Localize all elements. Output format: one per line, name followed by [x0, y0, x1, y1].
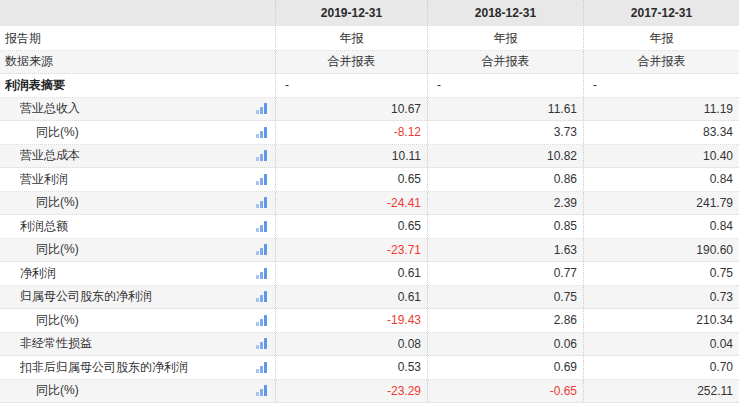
row-label-cell: 数据来源 [0, 51, 275, 74]
row-label-cell: 同比(%) [0, 309, 275, 332]
value-cell-2018: 0.77 [427, 262, 583, 285]
value-cell-2018: 0.69 [427, 356, 583, 379]
value-cell-2019: 0.65 [275, 215, 427, 238]
bar-chart-icon[interactable] [256, 103, 267, 114]
bar-chart-icon[interactable] [256, 268, 267, 279]
table-row: 非经常性损益0.080.060.04 [0, 333, 739, 357]
value-cell-2017: 合并报表 [583, 51, 739, 74]
table-row: 利润表摘要--- [0, 74, 739, 98]
value-cell-2018: 0.75 [427, 286, 583, 309]
row-label-cell: 利润总额 [0, 215, 275, 238]
bar-chart-icon[interactable] [256, 291, 267, 302]
value-cell-2019: -19.43 [275, 309, 427, 332]
table-row: 数据来源合并报表合并报表合并报表 [0, 51, 739, 75]
value-cell-2018: 10.82 [427, 145, 583, 168]
table-row: 同比(%)-23.29-0.65252.11 [0, 380, 739, 403]
value-cell-2017: 83.34 [583, 121, 739, 144]
row-label: 同比(%) [36, 124, 79, 141]
row-label: 营业总收入 [20, 100, 80, 117]
value-cell-2017: - [583, 74, 739, 97]
bar-chart-icon[interactable] [256, 150, 267, 161]
row-label-cell: 营业利润 [0, 168, 275, 191]
value-cell-2019: 0.61 [275, 286, 427, 309]
value-cell-2017: 0.75 [583, 262, 739, 285]
table-row: 同比(%)-19.432.86210.34 [0, 309, 739, 333]
bar-chart-icon[interactable] [256, 197, 267, 208]
value-cell-2019: 10.11 [275, 145, 427, 168]
value-cell-2019: -8.12 [275, 121, 427, 144]
table-row: 扣非后归属母公司股东的净利润0.530.690.70 [0, 356, 739, 380]
value-cell-2019: 0.08 [275, 333, 427, 356]
row-label: 营业利润 [20, 171, 68, 188]
value-cell-2017: 0.70 [583, 356, 739, 379]
row-label: 利润总额 [20, 218, 68, 235]
value-cell-2018: - [427, 74, 583, 97]
value-cell-2018: 合并报表 [427, 51, 583, 74]
value-cell-2017: 0.73 [583, 286, 739, 309]
row-label-cell: 报告期 [0, 27, 275, 50]
row-label: 扣非后归属母公司股东的净利润 [20, 359, 188, 376]
row-label: 净利润 [20, 265, 56, 282]
table-body: 报告期年报年报年报数据来源合并报表合并报表合并报表利润表摘要---营业总收入10… [0, 27, 739, 403]
table-row: 净利润0.610.770.75 [0, 262, 739, 286]
value-cell-2018: 年报 [427, 27, 583, 50]
bar-chart-icon[interactable] [256, 221, 267, 232]
bar-chart-icon[interactable] [256, 362, 267, 373]
row-label-cell: 归属母公司股东的净利润 [0, 286, 275, 309]
row-label-cell: 净利润 [0, 262, 275, 285]
column-header-2019: 2019-12-31 [275, 0, 427, 26]
bar-chart-icon[interactable] [256, 174, 267, 185]
value-cell-2018: -0.65 [427, 380, 583, 403]
row-label-cell: 营业总成本 [0, 145, 275, 168]
value-cell-2017: 0.84 [583, 215, 739, 238]
row-label: 非经常性损益 [20, 335, 92, 352]
bar-chart-icon[interactable] [256, 244, 267, 255]
value-cell-2019: -23.29 [275, 380, 427, 403]
row-label-cell: 同比(%) [0, 380, 275, 403]
value-cell-2018: 0.86 [427, 168, 583, 191]
value-cell-2019: - [275, 74, 427, 97]
row-label: 数据来源 [5, 53, 53, 70]
value-cell-2017: 年报 [583, 27, 739, 50]
row-label-cell: 扣非后归属母公司股东的净利润 [0, 356, 275, 379]
table-header-row: 2019-12-31 2018-12-31 2017-12-31 [0, 0, 739, 27]
value-cell-2018: 11.61 [427, 98, 583, 121]
table-row: 同比(%)-24.412.39241.79 [0, 192, 739, 216]
value-cell-2018: 2.39 [427, 192, 583, 215]
value-cell-2017: 0.84 [583, 168, 739, 191]
bar-chart-icon[interactable] [256, 385, 267, 396]
value-cell-2019: 0.61 [275, 262, 427, 285]
table-row: 归属母公司股东的净利润0.610.750.73 [0, 286, 739, 310]
value-cell-2017: 11.19 [583, 98, 739, 121]
row-label-cell: 非经常性损益 [0, 333, 275, 356]
row-label: 同比(%) [36, 194, 79, 211]
value-cell-2018: 2.86 [427, 309, 583, 332]
value-cell-2017: 241.79 [583, 192, 739, 215]
row-label: 同比(%) [36, 241, 79, 258]
value-cell-2017: 210.34 [583, 309, 739, 332]
value-cell-2018: 0.85 [427, 215, 583, 238]
row-label-cell: 营业总收入 [0, 98, 275, 121]
value-cell-2019: -24.41 [275, 192, 427, 215]
bar-chart-icon[interactable] [256, 127, 267, 138]
row-label: 同比(%) [36, 312, 79, 329]
table-row: 营业总成本10.1110.8210.40 [0, 145, 739, 169]
value-cell-2017: 252.11 [583, 380, 739, 403]
row-label: 利润表摘要 [5, 77, 65, 94]
row-label: 归属母公司股东的净利润 [20, 288, 152, 305]
value-cell-2019: 0.53 [275, 356, 427, 379]
bar-chart-icon[interactable] [256, 338, 267, 349]
value-cell-2017: 10.40 [583, 145, 739, 168]
value-cell-2019: 0.65 [275, 168, 427, 191]
row-label: 营业总成本 [20, 147, 80, 164]
row-label: 报告期 [5, 30, 41, 47]
row-label-cell: 同比(%) [0, 121, 275, 144]
bar-chart-icon[interactable] [256, 315, 267, 326]
column-header-2017: 2017-12-31 [583, 0, 739, 26]
table-row: 营业总收入10.6711.6111.19 [0, 98, 739, 122]
table-row: 同比(%)-23.711.63190.60 [0, 239, 739, 263]
value-cell-2019: 年报 [275, 27, 427, 50]
table-row: 同比(%)-8.123.7383.34 [0, 121, 739, 145]
value-cell-2019: 10.67 [275, 98, 427, 121]
column-header-2018: 2018-12-31 [427, 0, 583, 26]
